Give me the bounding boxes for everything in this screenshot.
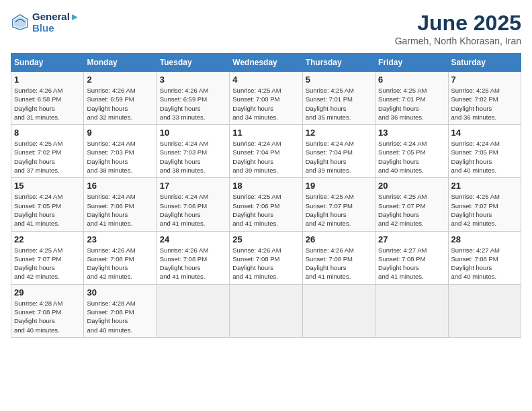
day-number: 12 <box>306 128 372 138</box>
cell-details: Sunrise: 4:25 AM Sunset: 7:01 PM Dayligh… <box>306 86 372 122</box>
cell-details: Sunrise: 4:26 AM Sunset: 6:59 PM Dayligh… <box>87 86 153 122</box>
cell-details: Sunrise: 4:25 AM Sunset: 7:02 PM Dayligh… <box>14 139 81 175</box>
cell-details: Sunrise: 4:24 AM Sunset: 7:05 PM Dayligh… <box>378 139 445 175</box>
calendar-cell: 2 Sunrise: 4:26 AM Sunset: 6:59 PM Dayli… <box>84 72 157 125</box>
title-area: June 2025 Garmeh, North Khorasan, Iran <box>395 11 521 46</box>
calendar-cell: 5 Sunrise: 4:25 AM Sunset: 7:01 PM Dayli… <box>302 72 375 125</box>
cell-details: Sunrise: 4:24 AM Sunset: 7:04 PM Dayligh… <box>306 139 372 175</box>
day-number: 20 <box>378 181 445 191</box>
cell-details: Sunrise: 4:25 AM Sunset: 7:07 PM Dayligh… <box>378 192 445 228</box>
day-number: 10 <box>160 128 226 138</box>
logo: General► Blue <box>11 11 80 34</box>
day-header-monday: Monday <box>84 54 157 72</box>
cell-details: Sunrise: 4:25 AM Sunset: 7:06 PM Dayligh… <box>232 192 299 228</box>
cell-details: Sunrise: 4:24 AM Sunset: 7:05 PM Dayligh… <box>451 139 518 175</box>
cell-details: Sunrise: 4:24 AM Sunset: 7:03 PM Dayligh… <box>160 139 226 175</box>
calendar-cell: 15 Sunrise: 4:24 AM Sunset: 7:05 PM Dayl… <box>11 178 84 231</box>
cell-details: Sunrise: 4:28 AM Sunset: 7:08 PM Dayligh… <box>14 299 81 334</box>
day-header-saturday: Saturday <box>448 54 521 72</box>
calendar-week-row: 8 Sunrise: 4:25 AM Sunset: 7:02 PM Dayli… <box>11 125 521 178</box>
cell-details: Sunrise: 4:24 AM Sunset: 7:05 PM Dayligh… <box>14 192 81 228</box>
day-number: 28 <box>451 234 518 244</box>
cell-details: Sunrise: 4:25 AM Sunset: 7:00 PM Dayligh… <box>232 86 299 122</box>
day-number: 16 <box>87 181 153 191</box>
cell-details: Sunrise: 4:25 AM Sunset: 7:07 PM Dayligh… <box>14 246 81 281</box>
cell-details: Sunrise: 4:26 AM Sunset: 7:08 PM Dayligh… <box>160 246 226 281</box>
calendar-cell: 1 Sunrise: 4:26 AM Sunset: 6:58 PM Dayli… <box>11 72 84 125</box>
calendar-cell: 11 Sunrise: 4:24 AM Sunset: 7:04 PM Dayl… <box>230 125 302 178</box>
calendar-cell: 16 Sunrise: 4:24 AM Sunset: 7:06 PM Dayl… <box>84 178 157 231</box>
day-number: 14 <box>451 128 518 138</box>
day-number: 30 <box>87 287 153 298</box>
day-header-thursday: Thursday <box>302 54 375 72</box>
day-number: 11 <box>232 128 299 138</box>
day-header-friday: Friday <box>375 54 448 72</box>
calendar-cell: 20 Sunrise: 4:25 AM Sunset: 7:07 PM Dayl… <box>375 178 448 231</box>
day-header-sunday: Sunday <box>11 54 84 72</box>
calendar-cell: 29 Sunrise: 4:28 AM Sunset: 7:08 PM Dayl… <box>11 284 84 337</box>
calendar-cell: 23 Sunrise: 4:26 AM Sunset: 7:08 PM Dayl… <box>84 231 157 284</box>
day-number: 9 <box>87 128 153 138</box>
day-number: 19 <box>306 181 372 191</box>
day-number: 6 <box>378 75 445 85</box>
calendar-cell: 13 Sunrise: 4:24 AM Sunset: 7:05 PM Dayl… <box>375 125 448 178</box>
cell-details: Sunrise: 4:24 AM Sunset: 7:06 PM Dayligh… <box>87 192 153 228</box>
day-number: 27 <box>378 234 445 244</box>
day-number: 24 <box>160 234 226 244</box>
calendar-cell: 24 Sunrise: 4:26 AM Sunset: 7:08 PM Dayl… <box>157 231 229 284</box>
day-number: 17 <box>160 181 226 191</box>
calendar-cell: 6 Sunrise: 4:25 AM Sunset: 7:01 PM Dayli… <box>375 72 448 125</box>
day-number: 26 <box>306 234 372 244</box>
month-title: June 2025 <box>395 11 521 36</box>
page-header: General► Blue June 2025 Garmeh, North Kh… <box>11 11 521 46</box>
cell-details: Sunrise: 4:25 AM Sunset: 7:02 PM Dayligh… <box>451 86 518 122</box>
calendar-cell <box>448 284 521 337</box>
header-row: SundayMondayTuesdayWednesdayThursdayFrid… <box>11 54 521 72</box>
calendar-cell: 8 Sunrise: 4:25 AM Sunset: 7:02 PM Dayli… <box>11 125 84 178</box>
cell-details: Sunrise: 4:24 AM Sunset: 7:03 PM Dayligh… <box>87 139 153 175</box>
calendar-table: SundayMondayTuesdayWednesdayThursdayFrid… <box>11 53 521 338</box>
cell-details: Sunrise: 4:26 AM Sunset: 6:59 PM Dayligh… <box>160 86 226 122</box>
calendar-week-row: 1 Sunrise: 4:26 AM Sunset: 6:58 PM Dayli… <box>11 72 521 125</box>
day-number: 15 <box>14 181 81 191</box>
calendar-cell: 3 Sunrise: 4:26 AM Sunset: 6:59 PM Dayli… <box>157 72 229 125</box>
day-number: 13 <box>378 128 445 138</box>
calendar-week-row: 29 Sunrise: 4:28 AM Sunset: 7:08 PM Dayl… <box>11 284 521 337</box>
calendar-cell: 18 Sunrise: 4:25 AM Sunset: 7:06 PM Dayl… <box>230 178 302 231</box>
calendar-cell: 7 Sunrise: 4:25 AM Sunset: 7:02 PM Dayli… <box>448 72 521 125</box>
calendar-cell: 4 Sunrise: 4:25 AM Sunset: 7:00 PM Dayli… <box>230 72 302 125</box>
day-number: 29 <box>14 287 81 298</box>
cell-details: Sunrise: 4:27 AM Sunset: 7:08 PM Dayligh… <box>451 246 518 281</box>
calendar-cell <box>230 284 302 337</box>
calendar-week-row: 15 Sunrise: 4:24 AM Sunset: 7:05 PM Dayl… <box>11 178 521 231</box>
calendar-cell <box>302 284 375 337</box>
day-number: 25 <box>232 234 299 244</box>
calendar-cell <box>157 284 229 337</box>
cell-details: Sunrise: 4:26 AM Sunset: 7:08 PM Dayligh… <box>232 246 299 281</box>
cell-details: Sunrise: 4:25 AM Sunset: 7:01 PM Dayligh… <box>378 86 445 122</box>
logo-icon <box>11 13 30 32</box>
day-number: 18 <box>232 181 299 191</box>
calendar-cell: 12 Sunrise: 4:24 AM Sunset: 7:04 PM Dayl… <box>302 125 375 178</box>
day-header-tuesday: Tuesday <box>157 54 229 72</box>
calendar-cell: 28 Sunrise: 4:27 AM Sunset: 7:08 PM Dayl… <box>448 231 521 284</box>
cell-details: Sunrise: 4:24 AM Sunset: 7:04 PM Dayligh… <box>232 139 299 175</box>
calendar-cell <box>375 284 448 337</box>
calendar-cell: 10 Sunrise: 4:24 AM Sunset: 7:03 PM Dayl… <box>157 125 229 178</box>
day-number: 7 <box>451 75 518 85</box>
cell-details: Sunrise: 4:25 AM Sunset: 7:07 PM Dayligh… <box>451 192 518 228</box>
cell-details: Sunrise: 4:24 AM Sunset: 7:06 PM Dayligh… <box>160 192 226 228</box>
day-number: 23 <box>87 234 153 244</box>
day-number: 3 <box>160 75 226 85</box>
logo-text: General► Blue <box>32 11 80 34</box>
day-number: 4 <box>232 75 299 85</box>
calendar-cell: 26 Sunrise: 4:26 AM Sunset: 7:08 PM Dayl… <box>302 231 375 284</box>
calendar-cell: 25 Sunrise: 4:26 AM Sunset: 7:08 PM Dayl… <box>230 231 302 284</box>
calendar-cell: 21 Sunrise: 4:25 AM Sunset: 7:07 PM Dayl… <box>448 178 521 231</box>
day-number: 22 <box>14 234 81 244</box>
cell-details: Sunrise: 4:28 AM Sunset: 7:08 PM Dayligh… <box>87 299 153 334</box>
calendar-cell: 9 Sunrise: 4:24 AM Sunset: 7:03 PM Dayli… <box>84 125 157 178</box>
day-number: 5 <box>306 75 372 85</box>
calendar-cell: 27 Sunrise: 4:27 AM Sunset: 7:08 PM Dayl… <box>375 231 448 284</box>
cell-details: Sunrise: 4:26 AM Sunset: 6:58 PM Dayligh… <box>14 86 81 122</box>
